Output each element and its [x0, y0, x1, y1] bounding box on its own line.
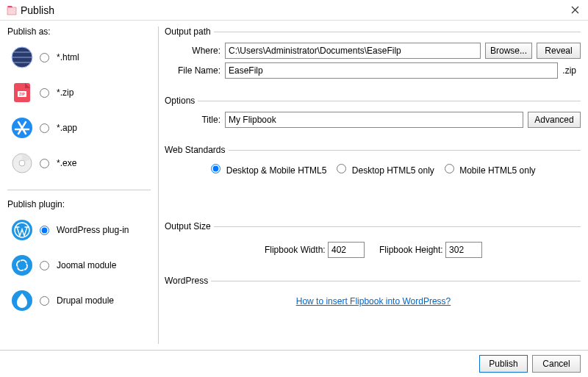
close-button[interactable]	[567, 3, 582, 18]
flipbook-width-input[interactable]	[328, 242, 365, 258]
drupal-icon	[10, 289, 34, 312]
footer: Publish Cancel	[0, 350, 588, 376]
flipbook-height-label: Flipbook Height:	[379, 245, 443, 255]
wordpress-legend: WordPress	[165, 276, 211, 286]
label-zip[interactable]: *.zip	[57, 87, 74, 98]
svg-point-7	[19, 160, 25, 166]
label-desktop-only[interactable]: Desktop HTML5 only	[352, 165, 434, 176]
radio-html[interactable]	[40, 53, 49, 62]
output-path-legend: Output path	[165, 26, 214, 37]
cancel-button[interactable]: Cancel	[532, 355, 581, 373]
output-size-legend: Output Size	[165, 221, 214, 231]
label-mobile-only[interactable]: Mobile HTML5 only	[459, 165, 535, 176]
disc-icon	[10, 151, 34, 175]
publish-plugin-header: Publish plugin:	[7, 199, 151, 209]
wordpress-icon	[10, 218, 34, 242]
file-name-input[interactable]	[225, 62, 558, 79]
where-input[interactable]	[225, 43, 481, 59]
publish-as-app[interactable]: *.app	[7, 110, 151, 146]
publish-as-exe[interactable]: *.exe	[7, 146, 151, 181]
output-size-section: Output Size Flipbook Width: Flipbook Hei…	[166, 221, 581, 265]
label-drupal[interactable]: Drupal module	[57, 295, 114, 306]
file-name-label: File Name:	[166, 65, 225, 76]
label-wordpress[interactable]: WordPress plug-in	[57, 225, 129, 235]
right-panel: Output path Where: Browse... Reveal File…	[159, 21, 588, 350]
radio-mobile-only[interactable]	[445, 164, 454, 173]
web-standards-section: Web Standards Desktop & Mobile HTML5 Des…	[166, 145, 581, 182]
radio-zip[interactable]	[40, 88, 49, 98]
title-label: Title:	[166, 115, 225, 125]
radio-desktop-only[interactable]	[337, 164, 346, 173]
title-bar: Publish	[0, 0, 588, 21]
flipbook-height-input[interactable]	[445, 242, 482, 258]
browse-button[interactable]: Browse...	[485, 43, 532, 59]
window-title: Publish	[21, 4, 567, 16]
zip-icon: ZIP	[10, 81, 34, 104]
radio-wordpress[interactable]	[40, 226, 49, 235]
app-store-icon	[10, 116, 34, 140]
flipbook-width-label: Flipbook Width:	[265, 245, 326, 255]
label-app[interactable]: *.app	[57, 123, 77, 133]
publish-as-html[interactable]: *.html	[7, 40, 151, 75]
app-icon	[6, 4, 18, 16]
globe-icon	[10, 46, 34, 69]
close-icon	[571, 6, 579, 14]
plugin-wordpress[interactable]: WordPress plug-in	[7, 212, 151, 248]
label-joomla[interactable]: Joomal module	[57, 260, 116, 270]
options-legend: Options	[165, 96, 198, 106]
radio-joomla[interactable]	[40, 261, 49, 270]
left-panel: Publish as: *.html ZIP *.zip *.app	[0, 21, 158, 350]
reveal-button[interactable]: Reveal	[537, 43, 581, 59]
radio-app[interactable]	[40, 123, 49, 133]
publish-button[interactable]: Publish	[479, 355, 528, 373]
wordpress-help-link[interactable]: How to insert Flipbook into WordPress?	[296, 296, 451, 306]
plugin-joomla[interactable]: Joomal module	[7, 248, 151, 283]
where-label: Where:	[166, 46, 225, 56]
output-path-section: Output path Where: Browse... Reveal File…	[166, 26, 581, 85]
radio-drupal[interactable]	[40, 296, 49, 306]
svg-point-10	[12, 255, 32, 276]
advanced-button[interactable]: Advanced	[528, 112, 581, 128]
file-ext-label: .zip	[558, 65, 581, 76]
svg-text:ZIP: ZIP	[19, 92, 25, 96]
label-html[interactable]: *.html	[57, 52, 79, 62]
label-desktop-mobile[interactable]: Desktop & Mobile HTML5	[226, 165, 327, 176]
publish-as-zip[interactable]: ZIP *.zip	[7, 75, 151, 110]
joomla-icon	[10, 254, 34, 277]
wordpress-section: WordPress How to insert Flipbook into Wo…	[166, 276, 581, 314]
title-input[interactable]	[225, 112, 523, 128]
label-exe[interactable]: *.exe	[57, 158, 76, 168]
web-standards-legend: Web Standards	[165, 145, 229, 155]
plugin-drupal[interactable]: Drupal module	[7, 283, 151, 318]
radio-exe[interactable]	[40, 159, 49, 168]
divider	[7, 190, 151, 190]
radio-desktop-mobile[interactable]	[211, 164, 220, 173]
options-section: Options Title: Advanced	[166, 96, 581, 134]
publish-as-header: Publish as:	[7, 26, 151, 37]
